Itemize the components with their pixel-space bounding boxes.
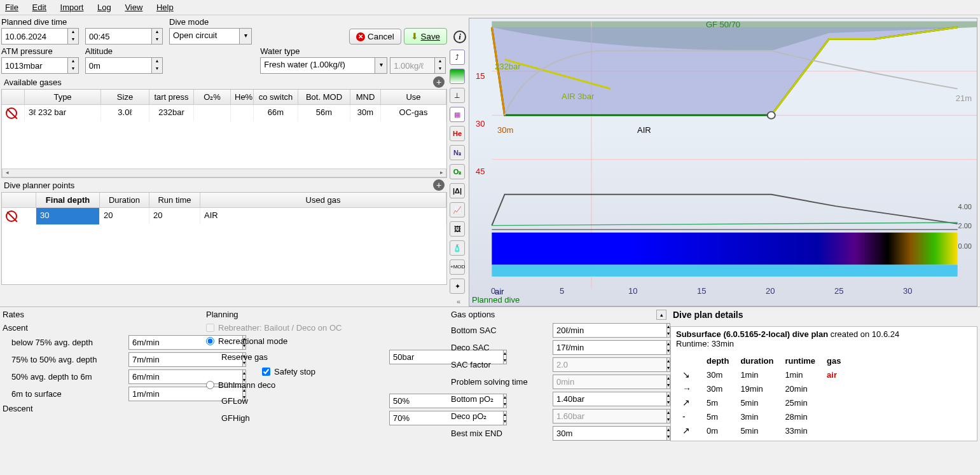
segment-row: -5m3min28min (677, 410, 846, 423)
gflow-label: GFLow (221, 396, 387, 406)
info-icon[interactable]: i (453, 31, 466, 43)
right-depth-label: 21m (956, 93, 972, 103)
water-select[interactable]: Fresh water (1.00kg/ℓ) (260, 57, 375, 74)
altitude-spinner[interactable]: ▴▾ (151, 57, 163, 74)
gas-mod: 56m (298, 105, 350, 121)
date-spinner[interactable]: ▴▾ (67, 28, 79, 45)
gas-use: OC-gas (381, 105, 446, 121)
recreational-radio[interactable] (206, 337, 214, 345)
tool-ruler-icon[interactable]: ⊥ (450, 88, 465, 103)
pt-depth[interactable]: 30 (36, 208, 100, 224)
reserve-label: Reserve gas (221, 352, 387, 362)
gas-row[interactable]: 3ℓ 232 bar 3.0ℓ 232bar 66m 56m 30m OC-ga… (2, 105, 446, 121)
air-annotation: AIR (637, 125, 651, 135)
scroll-up-icon[interactable]: ▴ (656, 310, 666, 320)
tool-graph-icon[interactable]: 📈 (450, 202, 465, 217)
date-input[interactable] (1, 28, 67, 45)
gas-col-use[interactable]: Use (381, 90, 446, 104)
safety-check[interactable] (262, 368, 270, 376)
gas-delete-icon[interactable] (6, 107, 17, 119)
menu-import[interactable]: Import (60, 3, 84, 12)
tool-he-icon[interactable]: He (450, 126, 465, 141)
tool-tags-icon[interactable]: ✦ (450, 279, 465, 294)
density-input (390, 57, 434, 74)
tool-ceiling-icon[interactable] (450, 69, 465, 84)
seg-th-depth: depth (701, 355, 734, 367)
gases-hscroll[interactable]: ◂▸ (2, 169, 446, 177)
tool-n2-icon[interactable]: N₂ (450, 145, 465, 160)
tool-photo-icon[interactable]: 🖼 (450, 221, 465, 237)
tool-mod-icon[interactable]: +MOD (450, 259, 465, 275)
atm-label: ATM pressure (1, 46, 83, 56)
menu-log[interactable]: Log (97, 3, 111, 12)
xtick-0: 0 (491, 286, 495, 296)
pt-col-depth[interactable]: Final depth (36, 193, 100, 207)
tissue-tick-0: 0.00 (958, 242, 972, 250)
dsac-label: Deco SAC (451, 343, 553, 352)
pt-col-dur[interactable]: Duration (100, 193, 149, 207)
dsac-input[interactable] (553, 340, 666, 355)
pt-col-rt[interactable]: Run time (149, 193, 200, 207)
menu-edit[interactable]: Edit (32, 3, 46, 12)
bme-input[interactable] (553, 426, 666, 441)
point-row[interactable]: 30 20 20 AIR (2, 208, 446, 224)
rates-title: Rates (3, 310, 201, 319)
xtick-10: 10 (628, 286, 637, 296)
rate2-label: 75% to 50% avg. depth (11, 355, 126, 364)
pt-col-gas[interactable]: Used gas (200, 193, 446, 207)
segment-row: →30m19min20min (677, 382, 846, 395)
details-panel: Subsurface (6.0.5165-2-local) dive plan … (670, 326, 977, 441)
gas-col-he[interactable]: He% (231, 90, 254, 104)
gas-col-mnd[interactable]: MND (350, 90, 381, 104)
menu-view[interactable]: View (125, 3, 142, 12)
toolbar-collapse-icon[interactable]: « (450, 298, 467, 305)
gas-col-size[interactable]: Size (101, 90, 149, 104)
gas-col-mod[interactable]: Bot. MOD (298, 90, 350, 104)
altitude-input[interactable] (85, 57, 151, 74)
details-title: Dive plan details (668, 307, 980, 322)
bpo2-input[interactable] (553, 392, 666, 406)
recreational-label: Recreational mode (218, 336, 287, 346)
cancel-button[interactable]: ✕Cancel (349, 29, 401, 45)
dive-profile-chart[interactable]: GF 50/70 (469, 18, 977, 306)
buhlmann-radio[interactable] (206, 381, 214, 389)
descent-title: Descent (3, 404, 201, 413)
tool-profile-icon[interactable]: ⤴ (450, 50, 465, 65)
water-chevron[interactable]: ▾ (375, 57, 387, 74)
gas-col-type[interactable]: Type (25, 90, 101, 104)
tool-o2-icon[interactable]: O₂ (450, 164, 465, 179)
atm-input[interactable] (1, 57, 67, 74)
menu-file[interactable]: File (5, 3, 18, 12)
save-icon: ⬇ (411, 31, 418, 41)
segment-row: ↗5m5min25min (677, 396, 846, 409)
atm-spinner[interactable]: ▴▾ (67, 57, 79, 74)
tissue-tick-4: 4.00 (958, 203, 972, 210)
created-on: created on 10.6.24 (828, 329, 899, 339)
pt-col-icon (2, 193, 36, 207)
add-point-button[interactable]: + (433, 179, 445, 191)
point-delete-icon[interactable] (6, 210, 17, 222)
gas-col-o2[interactable]: O₂% (194, 90, 231, 104)
app-name: Subsurface (6.0.5165-2-local) dive plan (676, 329, 828, 339)
divemode-chevron[interactable]: ▾ (239, 28, 252, 45)
buhlmann-label: Bühlmann deco (218, 380, 275, 390)
time-spinner[interactable]: ▴▾ (151, 28, 163, 45)
divemode-select[interactable]: Open circuit (169, 28, 239, 45)
gas-switch: 66m (254, 105, 298, 121)
tool-delta-icon[interactable]: |Δ| (450, 183, 465, 198)
gas-col-press[interactable]: tart press (149, 90, 194, 104)
add-gas-button[interactable]: + (433, 76, 445, 88)
tool-tissue-icon[interactable]: ▦ (450, 107, 465, 122)
menu-bar: File Edit Import Log View Help (0, 0, 980, 15)
gas-col-switch[interactable]: co switch (254, 90, 298, 104)
dpo2-label: Deco pO₂ (451, 411, 553, 421)
gas-type: 3ℓ 232 bar (25, 105, 101, 121)
sacf-input (553, 357, 666, 372)
gases-title: Available gases (4, 78, 433, 87)
planned-time-label: Planned dive time (1, 17, 83, 27)
tool-tank-icon[interactable]: 🧴 (450, 240, 465, 256)
menu-help[interactable]: Help (156, 3, 174, 12)
bsac-input[interactable] (553, 323, 666, 338)
time-input[interactable] (85, 28, 151, 45)
save-button[interactable]: ⬇Save (404, 28, 447, 45)
